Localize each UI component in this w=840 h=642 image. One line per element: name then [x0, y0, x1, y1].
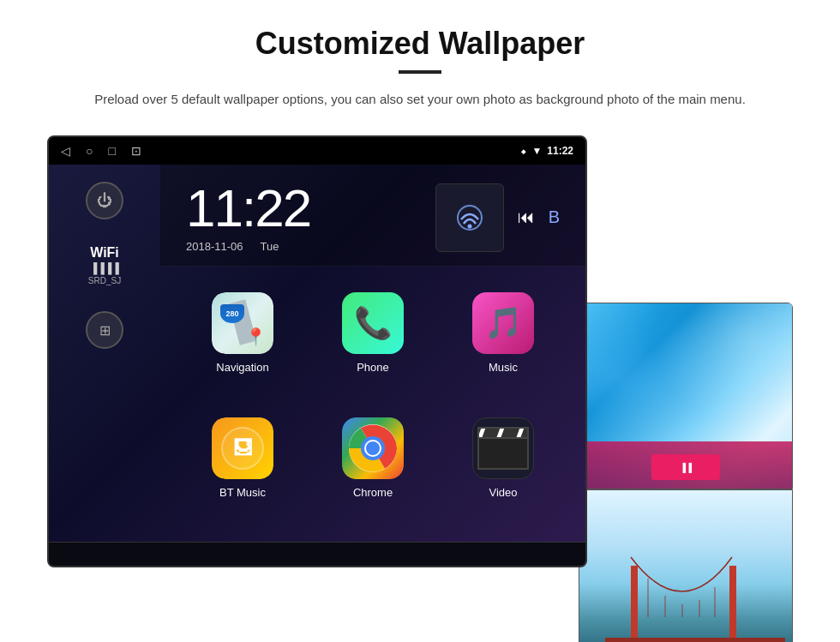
page-title: Customized Wallpaper	[34, 26, 806, 62]
wifi-media-icon	[453, 201, 487, 235]
music-icon: 🎵	[472, 292, 534, 354]
wallpaper-ice: ▐▐	[579, 303, 792, 489]
location-icon: ⬥	[520, 145, 526, 157]
sidebar: ⏻ WiFi ▐▐▐▐ SRD_SJ ⊞	[49, 165, 160, 542]
video-clapperboard	[477, 427, 529, 470]
bt-circle: ⛾	[221, 427, 264, 470]
status-bar-right: ⬥ ▼ 11:22	[520, 145, 573, 157]
chrome-inner	[342, 417, 404, 479]
svg-point-1	[467, 224, 471, 228]
music-label: Music	[489, 361, 518, 374]
svg-point-5	[366, 441, 380, 455]
next-track-button[interactable]: B	[549, 207, 560, 227]
center-area: 11:22 2018-11-06 Tue	[160, 165, 585, 542]
wallpaper-bridge-thumb[interactable]: CarSetting	[579, 489, 793, 642]
clock-date: 2018-11-06 Tue	[186, 240, 410, 253]
android-device: ◁ ○ □ ⊡ ⬥ ▼ 11:22 ⏻ WiFi ▐▐▐	[47, 135, 587, 567]
app-item-btmusic[interactable]: ⛾ BT Music	[177, 409, 308, 534]
home-nav-icon[interactable]: ○	[86, 144, 93, 158]
clock-area: 11:22 2018-11-06 Tue	[160, 165, 585, 267]
prev-track-button[interactable]: ⏮	[518, 207, 535, 227]
wifi-name: SRD_SJ	[88, 276, 121, 285]
clock-date-value: 2018-11-06	[186, 240, 243, 253]
wallpaper-thumbs: ▐▐	[579, 303, 793, 642]
media-icon-box	[435, 183, 504, 252]
app-item-phone[interactable]: 📞 Phone	[308, 284, 438, 409]
nav-shield-number: 280	[225, 309, 238, 318]
btmusic-label: BT Music	[219, 486, 266, 499]
bottom-bar	[49, 542, 585, 566]
chrome-icon-svg	[349, 424, 397, 472]
status-bar-left: ◁ ○ □ ⊡	[61, 144, 141, 158]
back-nav-icon[interactable]: ◁	[61, 144, 70, 158]
pink-bar-element: ▐▐	[651, 454, 720, 480]
app-item-chrome[interactable]: Chrome	[308, 409, 438, 534]
btmusic-icon: ⛾	[212, 417, 273, 479]
power-button[interactable]: ⏻	[86, 182, 123, 219]
apps-grid: 280 📍 Navigation 📞	[160, 267, 585, 542]
bt-inner: ⛾	[212, 417, 273, 479]
media-controls: ⏮ B	[435, 183, 560, 252]
nav-map-bg: 280 📍	[212, 292, 273, 354]
app-item-navigation[interactable]: 280 📍 Navigation	[177, 284, 308, 409]
page-description: Preload over 5 default wallpaper options…	[86, 89, 754, 110]
nav-shield: 280	[220, 304, 244, 323]
android-screen-container: ◁ ○ □ ⊡ ⬥ ▼ 11:22 ⏻ WiFi ▐▐▐	[47, 135, 793, 567]
status-bar: ◁ ○ □ ⊡ ⬥ ▼ 11:22	[49, 137, 585, 165]
app-item-music[interactable]: 🎵 Music	[438, 284, 568, 409]
status-time: 11:22	[547, 145, 573, 157]
screenshot-nav-icon[interactable]: ⊡	[131, 144, 141, 158]
video-label: Video	[489, 486, 517, 499]
app-item-video[interactable]: Video	[438, 409, 568, 534]
page-wrapper: Customized Wallpaper Preload over 5 defa…	[0, 0, 840, 585]
nav-location-pin: 📍	[245, 327, 267, 347]
wallpaper-ice-thumb[interactable]: ▐▐	[579, 303, 793, 489]
navigation-label: Navigation	[216, 361, 268, 374]
title-divider	[399, 70, 441, 74]
wifi-bars: ▐▐▐▐	[88, 262, 121, 274]
main-content: ⏻ WiFi ▐▐▐▐ SRD_SJ ⊞ 11:22	[49, 165, 585, 542]
wallpaper-golden-gate	[579, 490, 793, 642]
chrome-icon	[342, 417, 404, 479]
wifi-label: WiFi	[88, 245, 121, 261]
navigation-icon: 280 📍	[212, 292, 273, 354]
clap-body	[477, 437, 529, 470]
clock-info: 11:22 2018-11-06 Tue	[186, 182, 410, 253]
phone-icon: 📞	[342, 292, 404, 354]
recents-nav-icon[interactable]: □	[108, 144, 115, 158]
clock-time: 11:22	[186, 182, 410, 235]
apps-grid-button[interactable]: ⊞	[86, 311, 123, 349]
bridge-cables-svg	[579, 549, 793, 642]
wifi-block: WiFi ▐▐▐▐ SRD_SJ	[88, 245, 121, 285]
phone-label: Phone	[357, 361, 389, 374]
clock-day-value: Tue	[261, 240, 279, 253]
chrome-label: Chrome	[353, 486, 393, 499]
wifi-status-icon: ▼	[531, 145, 542, 157]
video-icon	[472, 417, 534, 479]
